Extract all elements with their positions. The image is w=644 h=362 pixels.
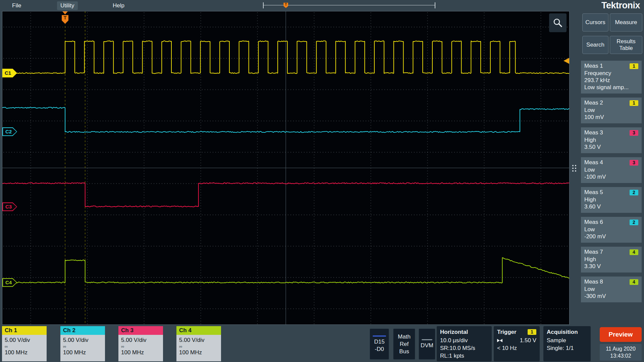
trigger-title: Trigger (497, 328, 517, 336)
channel4-badge[interactable]: Ch 4 5.00 V/div ∞ 100 MHz (176, 326, 221, 361)
meas-value: -100 mV (584, 173, 638, 180)
probe-icon: ∞ (179, 344, 218, 349)
meas-source-badge: 3 (630, 130, 638, 136)
menu-utility[interactable]: Utility (57, 1, 78, 10)
meas-value: Low (584, 107, 638, 114)
acquisition-panel[interactable]: Acquisition Sample Single: 1/1 (543, 326, 591, 361)
meas-value: Frequency (584, 70, 638, 77)
dvm-icon (422, 339, 432, 340)
dvm-button[interactable]: DVM (419, 328, 435, 360)
meas-source-badge: 4 (630, 279, 638, 285)
meas-source-badge: 2 (630, 190, 638, 195)
meas-title: Meas 2 (584, 100, 603, 106)
channel-label: Ch 1 (5, 327, 17, 334)
meas-panel-7[interactable]: Meas 74 High 3.30 V (581, 247, 642, 273)
meas-value: 100 mV (584, 114, 638, 121)
oscilloscope-app: File Utility Help T Tektronix C1C2C3C4 T… (0, 0, 644, 362)
trigger-level: 1.50 V (520, 337, 536, 344)
acquisition-title: Acquisition (547, 328, 587, 336)
meas-value: High (584, 136, 638, 143)
top-menu-bar: File Utility Help T Tektronix (0, 0, 644, 11)
channel-tag-label: C1 (2, 70, 11, 76)
trigger-panel[interactable]: Trigger 1 1.50 V < 10 Hz (494, 326, 540, 361)
channel-label: Ch 3 (121, 327, 133, 334)
channel-label: Ch 2 (63, 327, 75, 334)
meas-value: 3.50 V (584, 143, 638, 150)
channel-scale: 5.00 V/div (5, 336, 44, 344)
acquisition-mode: Sample (547, 337, 587, 344)
meas-panel-6[interactable]: Meas 62 Low -200 mV (581, 217, 642, 243)
meas-value: High (584, 256, 638, 263)
horizontal-scale: 10.0 µs/div (440, 337, 488, 344)
trigger-source-badge: 1 (528, 329, 536, 335)
meas-source-badge: 1 (630, 100, 638, 106)
meas-source-badge: 4 (630, 249, 638, 255)
channel-scale: 5.00 V/div (63, 336, 102, 344)
meas-title: Meas 8 (584, 279, 603, 285)
search-button[interactable]: Search (582, 36, 608, 54)
meas-source-badge: 1 (630, 63, 638, 69)
trigger-frequency: < 10 Hz (497, 344, 536, 352)
zoom-button[interactable] (549, 13, 567, 32)
horizontal-panel[interactable]: Horizontal 10.0 µs/div SR:10.0 MS/s RL:1… (437, 326, 492, 361)
channel1-badge[interactable]: Ch 1 5.00 V/div ∞ 100 MHz (2, 326, 47, 361)
channel-bandwidth: 100 MHz (5, 349, 44, 357)
probe-icon: ∞ (5, 344, 44, 349)
math-ref-bus-button[interactable]: Math Ref Bus (393, 328, 415, 360)
meas-source-badge: 3 (630, 160, 638, 166)
measurement-list: Meas 11 Frequency 293.7 kHz Low signal a… (581, 61, 642, 306)
horizontal-position-slider[interactable]: T (263, 2, 435, 8)
channel-label: Ch 4 (179, 327, 192, 334)
meas-source-badge: 2 (630, 220, 638, 225)
meas-title: Meas 7 (584, 249, 603, 255)
meas-panel-4[interactable]: Meas 43 Low -100 mV (581, 157, 642, 183)
digital-bus-icon (373, 336, 386, 337)
menu-file[interactable]: File (9, 1, 24, 10)
meas-title: Meas 4 (584, 159, 603, 166)
meas-panel-8[interactable]: Meas 84 Low -300 mV (581, 277, 642, 302)
trigger-coupling-icon (497, 339, 502, 342)
mathrefbus-label: Ref (393, 341, 415, 348)
digital-channels-button[interactable]: D15 -D0 (370, 328, 389, 360)
meas-title: Meas 3 (584, 129, 603, 136)
channel-bandwidth: 100 MHz (121, 349, 160, 357)
meas-value: 3.30 V (584, 263, 638, 270)
meas-panel-1[interactable]: Meas 11 Frequency 293.7 kHz Low signal a… (581, 61, 642, 94)
panel-drag-handle[interactable] (572, 165, 576, 172)
measure-button[interactable]: Measure (610, 13, 642, 32)
dvm-label: DVM (419, 342, 435, 349)
meas-title: Meas 1 (584, 63, 603, 69)
meas-value: Low (584, 286, 638, 293)
date-text: 11 Aug 2020 (606, 345, 636, 352)
meas-panel-5[interactable]: Meas 52 High 3.60 V (581, 187, 642, 213)
meas-value: High (584, 196, 638, 203)
results-table-button[interactable]: Results Table (610, 36, 642, 54)
waveform-display[interactable]: C1C2C3C4 T (2, 11, 570, 325)
meas-value: Low (584, 226, 638, 233)
channel3-badge[interactable]: Ch 3 5.00 V/div ∞ 100 MHz (118, 326, 163, 361)
cursors-button[interactable]: Cursors (582, 13, 608, 32)
channel-bandwidth: 100 MHz (63, 349, 102, 357)
datetime-display: 11 Aug 2020 13:43:02 (600, 344, 642, 361)
meas-panel-3[interactable]: Meas 33 High 3.50 V (581, 127, 642, 153)
slider-thumb[interactable]: T (283, 3, 288, 8)
horizontal-title: Horizontal (440, 328, 488, 336)
preview-button[interactable]: Preview (600, 327, 642, 342)
meas-title: Meas 5 (584, 189, 603, 196)
meas-value: -200 mV (584, 233, 638, 240)
meas-title: Meas 6 (584, 219, 603, 226)
channel-tag-label: C4 (3, 280, 12, 285)
horizontal-sample-rate: SR:10.0 MS/s (440, 344, 488, 352)
meas-value: 3.60 V (584, 203, 638, 210)
tektronix-logo: Tektronix (601, 0, 640, 11)
meas-value: Low (584, 166, 638, 173)
menu-help[interactable]: Help (109, 1, 128, 10)
meas-warning: Low signal amp... (584, 84, 638, 91)
digital-label: D15 (370, 338, 389, 346)
meas-value: -300 mV (584, 293, 638, 300)
mathrefbus-label: Math (393, 333, 415, 341)
time-text: 13:43:02 (610, 352, 631, 359)
meas-panel-2[interactable]: Meas 21 Low 100 mV (581, 98, 642, 123)
channel2-badge[interactable]: Ch 2 5.00 V/div ∞ 100 MHz (60, 326, 105, 361)
acquisition-single: Single: 1/1 (547, 344, 587, 352)
